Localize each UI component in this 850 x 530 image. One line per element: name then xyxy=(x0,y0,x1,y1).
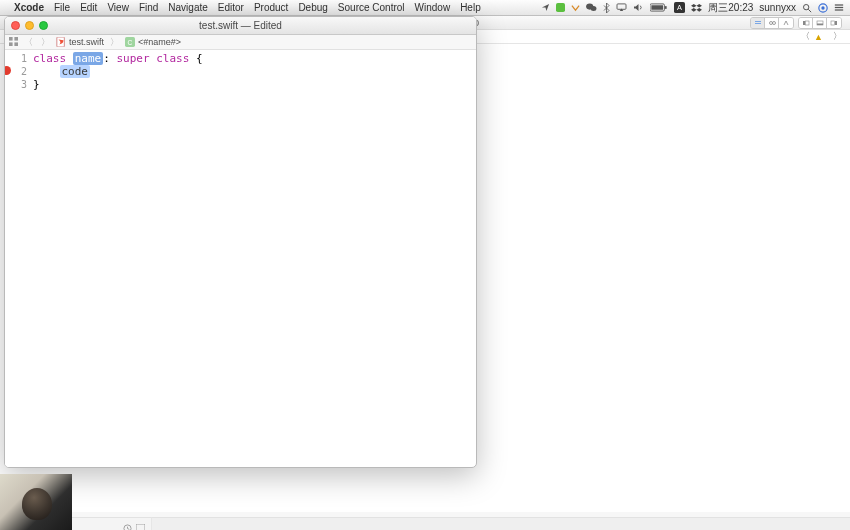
svg-rect-21 xyxy=(805,21,809,25)
status-user[interactable]: sunnyxx xyxy=(759,2,796,13)
svg-point-2 xyxy=(591,6,597,11)
minimize-button[interactable] xyxy=(25,21,34,30)
svg-text:C: C xyxy=(128,39,133,46)
jump-bar-file-label: test.swift xyxy=(69,37,104,47)
detached-editor-window: test.swift — Edited 〈 〉 test.swift 〉 C <… xyxy=(4,16,477,468)
version-editor-icon[interactable] xyxy=(779,18,793,28)
nav-back-button[interactable]: 〈 xyxy=(22,36,35,49)
svg-rect-34 xyxy=(136,524,145,530)
issues-indicator-icon[interactable]: ▲ xyxy=(814,32,823,42)
svg-point-12 xyxy=(821,6,824,9)
svg-rect-20 xyxy=(803,21,805,25)
svg-point-18 xyxy=(769,21,772,24)
status-airplay-icon[interactable] xyxy=(616,3,627,12)
menu-edit[interactable]: Edit xyxy=(80,2,97,13)
jump-bar-file[interactable]: test.swift xyxy=(56,37,104,47)
svg-rect-5 xyxy=(652,5,664,10)
status-dropbox-icon[interactable] xyxy=(691,3,702,13)
chevron-right-icon: 〉 xyxy=(110,36,119,49)
svg-rect-23 xyxy=(817,23,823,25)
menu-app-name[interactable]: Xcode xyxy=(14,2,44,13)
standard-editor-icon[interactable] xyxy=(751,18,765,28)
svg-rect-16 xyxy=(755,21,761,22)
status-app-green-icon[interactable] xyxy=(556,3,565,12)
toggle-utilities-icon[interactable] xyxy=(827,18,841,28)
status-volume-icon[interactable] xyxy=(633,3,644,12)
svg-point-19 xyxy=(772,21,775,24)
menu-navigate[interactable]: Navigate xyxy=(168,2,207,13)
svg-rect-17 xyxy=(755,23,761,24)
svg-point-9 xyxy=(804,4,809,9)
filter-icon[interactable] xyxy=(136,519,145,530)
status-battery-icon[interactable] xyxy=(650,3,668,12)
code-text: : xyxy=(103,52,116,65)
siri-icon[interactable] xyxy=(818,3,828,13)
window-titlebar[interactable]: test.swift — Edited xyxy=(5,17,476,35)
svg-text:A: A xyxy=(677,3,682,12)
source-editor[interactable]: 1 2 3 class name: super class { code } xyxy=(5,50,476,467)
close-button[interactable] xyxy=(11,21,20,30)
placeholder-name[interactable]: name xyxy=(73,52,104,65)
chevron-right-icon[interactable]: 〉 xyxy=(833,30,842,43)
toggle-navigator-icon[interactable] xyxy=(799,18,813,28)
menu-window[interactable]: Window xyxy=(415,2,451,13)
svg-line-10 xyxy=(808,9,811,12)
svg-rect-25 xyxy=(835,21,837,25)
toggle-debug-icon[interactable] xyxy=(813,18,827,28)
svg-rect-28 xyxy=(9,42,13,46)
svg-rect-6 xyxy=(665,6,667,9)
desktop: Today at 上午11:58 ▲ 10 Selection xyxy=(0,16,850,530)
keyword-super: super xyxy=(117,52,150,65)
panel-toggle-segmented[interactable] xyxy=(798,17,842,29)
swift-file-icon xyxy=(56,37,66,47)
menu-product[interactable]: Product xyxy=(254,2,288,13)
spotlight-icon[interactable] xyxy=(802,3,812,13)
svg-rect-24 xyxy=(831,21,835,25)
menu-file[interactable]: File xyxy=(54,2,70,13)
status-down-caret-icon[interactable] xyxy=(571,3,580,12)
assistant-editor-icon[interactable] xyxy=(765,18,779,28)
zoom-button[interactable] xyxy=(39,21,48,30)
line-number-gutter: 1 2 3 xyxy=(5,50,33,467)
clock-icon[interactable] xyxy=(123,519,132,530)
status-location-icon[interactable] xyxy=(541,3,550,12)
chevron-left-icon[interactable]: 〈 xyxy=(801,30,810,43)
menu-help[interactable]: Help xyxy=(460,2,481,13)
webcam-overlay xyxy=(0,474,72,530)
svg-rect-0 xyxy=(556,3,565,12)
mac-menubar: Xcode File Edit View Find Navigate Edito… xyxy=(0,0,850,16)
window-title: test.swift — Edited xyxy=(199,20,282,31)
bottom-bar xyxy=(72,517,850,530)
svg-rect-29 xyxy=(14,42,18,46)
menu-editor[interactable]: Editor xyxy=(218,2,244,13)
keyword-class: class xyxy=(33,52,66,65)
jump-bar-symbol[interactable]: C <#name#> xyxy=(125,37,181,47)
editor-mode-segmented[interactable] xyxy=(750,17,794,29)
keyword-class: class xyxy=(156,52,189,65)
status-ime-icon[interactable]: A xyxy=(674,2,685,13)
status-wechat-icon[interactable] xyxy=(586,3,597,12)
related-items-icon[interactable] xyxy=(9,37,18,48)
code-text: } xyxy=(33,78,40,91)
bottom-bar-left xyxy=(72,517,152,530)
window-traffic-lights xyxy=(11,21,48,30)
svg-rect-26 xyxy=(9,37,13,41)
status-clock[interactable]: 周三20:23 xyxy=(708,1,753,15)
menu-debug[interactable]: Debug xyxy=(298,2,327,13)
status-bluetooth-icon[interactable] xyxy=(603,3,610,13)
nav-forward-button[interactable]: 〉 xyxy=(39,36,52,49)
svg-rect-27 xyxy=(14,37,18,41)
menu-find[interactable]: Find xyxy=(139,2,158,13)
jump-bar-symbol-label: <#name#> xyxy=(138,37,181,47)
code-body[interactable]: class name: super class { code } xyxy=(33,50,476,467)
menu-view[interactable]: View xyxy=(107,2,129,13)
code-text: { xyxy=(189,52,202,65)
c-badge-icon: C xyxy=(125,37,135,47)
placeholder-code[interactable]: code xyxy=(60,65,91,78)
menu-source-control[interactable]: Source Control xyxy=(338,2,405,13)
editor-jump-bar[interactable]: 〈 〉 test.swift 〉 C <#name#> xyxy=(5,35,476,50)
notification-center-icon[interactable] xyxy=(834,3,844,12)
